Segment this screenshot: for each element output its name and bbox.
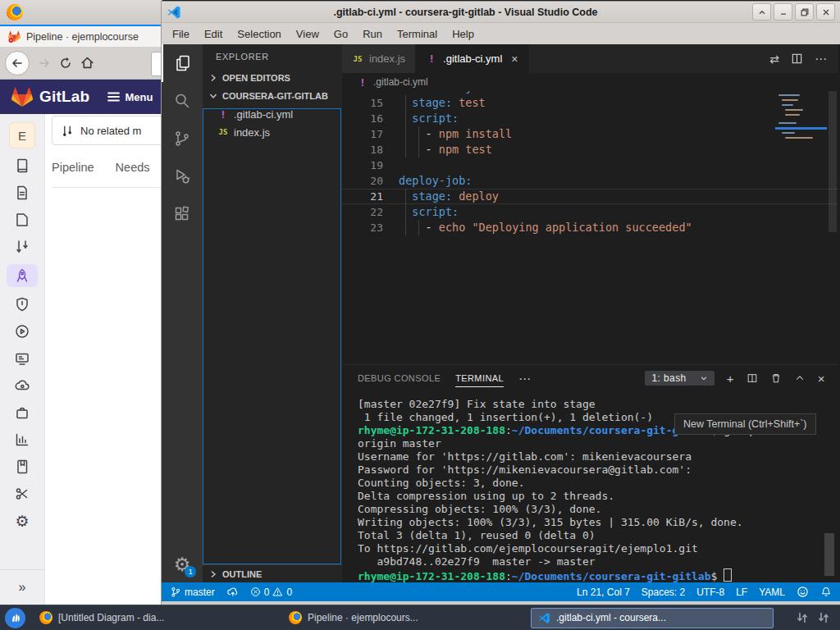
file-index-js[interactable]: JS index.js [203, 123, 342, 141]
more-actions-icon[interactable]: ⋯ [815, 52, 827, 66]
publish-changes-button[interactable] [226, 586, 239, 598]
project-icon[interactable] [12, 156, 32, 176]
security-icon[interactable] [12, 294, 32, 314]
menu-go[interactable]: Go [326, 28, 355, 40]
infrastructure-icon[interactable] [12, 376, 32, 395]
back-button[interactable] [5, 51, 30, 75]
minimap-current-line [775, 127, 827, 130]
menu-edit[interactable]: Edit [197, 28, 230, 40]
menu-run[interactable]: Run [355, 28, 390, 40]
menu-help[interactable]: Help [445, 28, 482, 40]
open-editors-section[interactable]: OPEN EDITORS [203, 69, 342, 87]
folder-section[interactable]: COURSERA-GIT-GITLAB [203, 87, 342, 105]
run-and-debug-icon[interactable] [162, 158, 203, 195]
firefox-tab[interactable]: Pipeline · ejemplocourse [0, 25, 162, 47]
home-button[interactable] [80, 56, 94, 70]
taskbar-item-pipeline[interactable]: Pipeline · ejemplocours... [281, 608, 524, 628]
forward-button[interactable] [38, 57, 51, 70]
menu-view[interactable]: View [289, 28, 326, 40]
network-traffic-icon[interactable] [817, 611, 830, 624]
packages-icon[interactable] [12, 403, 32, 422]
maximize-panel-icon[interactable] [794, 372, 806, 384]
analytics-icon[interactable] [12, 430, 32, 450]
extensions-icon[interactable] [162, 195, 203, 233]
status-bar: master 0 0 Ln 21, Col 7 Spaces: 2 UTF-8 … [162, 582, 840, 601]
outline-section[interactable]: OUTLINE [203, 564, 342, 582]
indent-guide [418, 126, 419, 158]
firefox-titlebar[interactable] [0, 0, 162, 25]
maximize-button[interactable] [795, 3, 814, 21]
gitlab-brand[interactable]: GitLab [39, 88, 89, 106]
network-traffic-icon[interactable] [796, 611, 809, 624]
gitlab-menu-button[interactable]: Menu [107, 91, 153, 103]
indentation[interactable]: Spaces: 2 [641, 587, 685, 598]
close-button[interactable] [816, 3, 835, 21]
gitlab-logo[interactable] [11, 87, 33, 107]
firefox-tab-title: Pipeline · ejemplocourse [26, 31, 139, 43]
chevron-down-icon [208, 90, 219, 102]
kill-terminal-icon[interactable] [770, 372, 782, 384]
open-changes-icon[interactable]: ⇄ [769, 52, 779, 66]
tab-gitlab-ci[interactable]: ! .gitlab-ci.yml × [416, 44, 528, 73]
minimize-button[interactable] [774, 3, 792, 21]
settings-icon[interactable]: ⚙ [12, 511, 32, 531]
editor-group: JS index.js ! .gitlab-ci.yml × ⇄ ⋯ ! .gi… [342, 44, 838, 582]
collapse-sidebar-icon[interactable]: » [0, 569, 45, 595]
terminal-scrollbar-thumb[interactable] [824, 533, 834, 576]
gitlab-favicon [8, 30, 21, 43]
ci-cd-icon[interactable] [7, 264, 38, 287]
encoding[interactable]: UTF-8 [696, 587, 724, 598]
explorer-icon[interactable] [162, 44, 203, 82]
firefox-icon [289, 611, 302, 624]
tab-terminal[interactable]: TERMINAL [455, 373, 504, 387]
notifications-bell-icon[interactable] [820, 586, 832, 598]
feedback-icon[interactable] [797, 586, 809, 598]
snippets-icon[interactable] [12, 484, 32, 504]
menu-file[interactable]: File [165, 28, 197, 40]
taskbar-item-diagram[interactable]: [Untitled Diagram - dia... [32, 608, 275, 628]
tab-needs[interactable]: Needs [116, 161, 150, 182]
editor-scrollbar[interactable] [827, 91, 838, 364]
wiki-icon[interactable] [12, 457, 32, 477]
split-editor-icon[interactable] [791, 52, 803, 65]
source-control-icon[interactable] [162, 120, 203, 158]
deployments-icon[interactable] [12, 322, 32, 341]
tab-debug-console[interactable]: DEBUG CONSOLE [358, 373, 441, 383]
vscode-titlebar[interactable]: .gitlab-ci.yml - coursera-git-gitlab - V… [162, 2, 840, 23]
shade-button[interactable] [752, 3, 771, 21]
js-file-icon: JS [352, 55, 363, 63]
editor-actions: ⇄ ⋯ [769, 44, 838, 73]
problems-indicator[interactable]: 0 0 [250, 587, 292, 598]
repository-icon[interactable] [12, 183, 32, 203]
scrollbar-thumb[interactable] [829, 91, 837, 232]
panel-more-icon[interactable]: ⋯ [518, 372, 531, 385]
close-tab-icon[interactable]: × [511, 52, 518, 66]
search-icon[interactable] [162, 82, 203, 120]
minimap[interactable] [775, 91, 827, 364]
file-gitlab-ci[interactable]: ! .gitlab-ci.yml [203, 105, 342, 123]
menu-selection[interactable]: Selection [230, 28, 288, 40]
language-mode[interactable]: YAML [759, 587, 785, 598]
split-terminal-icon[interactable] [746, 372, 758, 384]
taskbar-item-vscode[interactable]: .gitlab-ci.yml - coursera... [531, 608, 774, 628]
eol[interactable]: LF [736, 587, 747, 598]
breadcrumb[interactable]: ! .gitlab-ci.yml [342, 73, 838, 91]
tab-pipeline[interactable]: Pipeline [52, 161, 94, 182]
merge-requests-icon[interactable] [12, 237, 32, 257]
applications-menu-button[interactable] [5, 608, 25, 628]
cursor-position[interactable]: Ln 21, Col 7 [577, 587, 630, 598]
project-avatar[interactable]: E [9, 122, 35, 148]
new-terminal-icon[interactable]: + [727, 372, 734, 385]
branch-indicator[interactable]: master [170, 586, 215, 598]
tab-index-js[interactable]: JS index.js [342, 44, 416, 73]
reload-button[interactable] [59, 57, 72, 70]
code-editor[interactable]: 14unit-test-job: 15 stage: test 16 scrip… [342, 91, 838, 364]
menu-terminal[interactable]: Terminal [390, 28, 445, 40]
issues-icon[interactable] [12, 210, 32, 230]
shell-select[interactable]: 1: bash [645, 371, 714, 386]
manage-gear-icon[interactable]: ⚙1 [174, 555, 191, 574]
vscode-menubar: File Edit Selection View Go Run Terminal… [162, 23, 840, 44]
monitor-icon[interactable] [12, 349, 32, 368]
close-panel-icon[interactable]: × [818, 372, 825, 385]
indent-guide [405, 95, 406, 158]
